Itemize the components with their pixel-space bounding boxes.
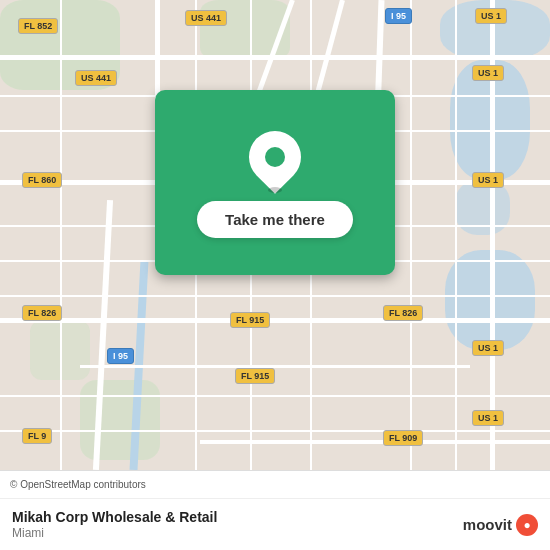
road-badge-i95-bottom: I 95 [107,348,134,364]
attribution-bar: © OpenStreetMap contributors [0,470,550,498]
take-me-there-button[interactable]: Take me there [197,201,353,238]
moovit-logo: moovit ● [463,514,538,536]
road-badge-fl915-mid: FL 915 [230,312,270,328]
road-badge-fl826-left: FL 826 [22,305,62,321]
location-pin-icon [248,127,302,187]
road-badge-us1-860: US 1 [472,172,504,188]
map-container: FL 852 US 441 I 95 US 1 US 441 US 1 FL 8… [0,0,550,470]
bottom-bar: Mikah Corp Wholesale & Retail Miami moov… [0,498,550,550]
road-badge-fl826-right: FL 826 [383,305,423,321]
road-badge-fl852: FL 852 [18,18,58,34]
road-badge-fl9: FL 9 [22,428,52,444]
moovit-text: moovit [463,516,512,533]
business-city: Miami [12,526,217,540]
road-badge-us441-mid: US 441 [75,70,117,86]
business-name: Mikah Corp Wholesale & Retail [12,509,217,525]
road-badge-us1-top: US 1 [475,8,507,24]
map-overlay-panel: Take me there [155,90,395,275]
road-badge-i95-top: I 95 [385,8,412,24]
moovit-dot-icon: ● [516,514,538,536]
road-badge-us1-bottom: US 1 [472,410,504,426]
road-badge-fl909: FL 909 [383,430,423,446]
road-badge-us441-top: US 441 [185,10,227,26]
road-badge-fl915-bottom: FL 915 [235,368,275,384]
road-badge-fl860-left: FL 860 [22,172,62,188]
road-badge-us1-mid: US 1 [472,65,504,81]
business-info: Mikah Corp Wholesale & Retail Miami [12,509,217,540]
road-badge-us1-826: US 1 [472,340,504,356]
attribution-text: © OpenStreetMap contributors [10,479,146,490]
